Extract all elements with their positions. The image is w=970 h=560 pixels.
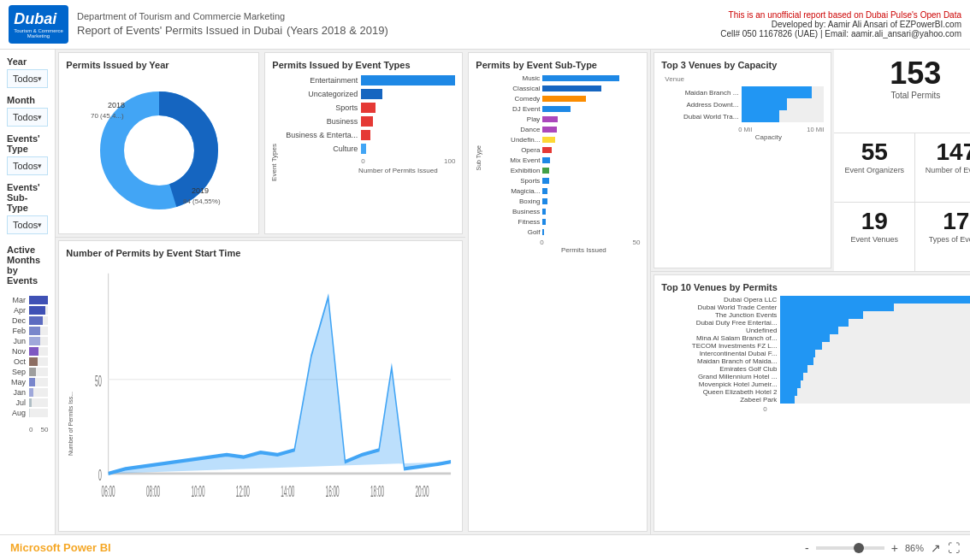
right-column: Top 3 Venues by Capacity Venue Maidan Br… xyxy=(650,50,970,534)
top10-venue-row: Undefined xyxy=(661,327,970,334)
top10-venue-row: Dubai Opera LLC xyxy=(661,296,970,304)
events-subtype-label: Events' Sub-Type xyxy=(7,182,48,213)
zoom-minus[interactable]: - xyxy=(805,541,809,555)
event-type-bar-row: Business & Enterta... xyxy=(281,130,455,140)
top10-venue-row: Intercontinental Dubai F... xyxy=(661,350,970,357)
svg-text:50: 50 xyxy=(95,372,102,390)
month-row: May xyxy=(7,378,48,386)
event-venues-value: 19 xyxy=(839,208,909,235)
events-subtype-arrow-icon: ▾ xyxy=(38,221,42,229)
sub-type-bar-row: Exhibition xyxy=(484,166,640,175)
month-row: Dec xyxy=(7,316,48,325)
header-left: Dubai Tourism & CommerceMarketing Depart… xyxy=(9,5,388,44)
event-type-bar-row: Sports xyxy=(281,103,455,113)
total-permits-value: 153 xyxy=(841,56,970,91)
top10-axis: 0 50 xyxy=(661,405,970,413)
event-types-x-axis: 0 100 xyxy=(272,157,455,165)
sub-type-axis: 0 50 xyxy=(476,239,640,246)
sub-type-bar-row: Boxing xyxy=(484,197,640,206)
sub-type-bar-row: DJ Event xyxy=(484,104,640,114)
types-events-label: Types of Events xyxy=(920,235,970,244)
time-y-label: Number of Permits Iss... xyxy=(68,392,74,456)
year-arrow-icon: ▾ xyxy=(38,74,42,83)
svg-text:2018: 2018 xyxy=(108,101,125,109)
events-subtype-filter: Events' Sub-Type Todos ▾ xyxy=(7,182,48,234)
sub-type-panel: Permits by Event Sub-Type Sub Type Music… xyxy=(468,52,648,532)
zoom-plus[interactable]: + xyxy=(891,541,898,555)
header-right: This is an unofficial report based on Du… xyxy=(720,10,961,38)
time-panel-title: Number of Permits by Event Start Time xyxy=(66,248,455,258)
permits-year-panel: Permits Issued by Year 2018 70 (45,4. xyxy=(58,52,259,234)
bottom-left-area: Number of Permits by Event Start Time Nu… xyxy=(56,238,465,534)
event-types-panel: Permits Issued by Event Types Event Type… xyxy=(264,52,463,234)
svg-text:08:00: 08:00 xyxy=(146,483,160,500)
event-type-bar-row: Entertainment xyxy=(281,75,455,85)
footer: Microsoft Power BI - + 86% ↗ ⛶ xyxy=(0,534,970,560)
svg-text:18:00: 18:00 xyxy=(370,483,384,500)
event-venues-label: Event Venues xyxy=(839,235,909,244)
fullscreen-icon[interactable]: ⛶ xyxy=(948,541,960,555)
top3-venues-panel: Top 3 Venues by Capacity Venue Maidan Br… xyxy=(654,52,831,268)
month-row: Jan xyxy=(7,388,48,397)
sub-type-bars: Music Classical Comedy DJ Event Play Dan… xyxy=(476,74,640,237)
right-top: Top 3 Venues by Capacity Venue Maidan Br… xyxy=(651,50,970,272)
sub-type-bar-row: Mix Event xyxy=(484,156,640,165)
event-type-bar-row: Culture xyxy=(281,144,455,154)
event-type-bar-row: Uncategorized xyxy=(281,89,455,99)
share-icon[interactable]: ↗ xyxy=(931,541,941,555)
events-type-filter: Events' Type Todos ▾ xyxy=(7,133,48,175)
event-organizers-kpi: 55 Event Organizers xyxy=(834,133,915,203)
footer-brand[interactable]: Microsoft Power BI xyxy=(10,541,111,554)
sub-type-bar-row: Opera xyxy=(484,145,640,155)
top10-venue-row: Maidan Branch of Maida... xyxy=(661,357,970,365)
footer-controls: - + 86% ↗ ⛶ xyxy=(805,541,960,555)
top10-venue-row: TECOM Investments FZ L... xyxy=(661,342,970,350)
svg-text:70 (45,4...): 70 (45,4...) xyxy=(91,112,124,120)
types-events-kpi: 17 Types of Events xyxy=(915,203,970,271)
month-select[interactable]: Todos ▾ xyxy=(7,108,48,127)
top3-venue-row: Maidan Branch ... xyxy=(661,86,824,98)
events-type-select[interactable]: Todos ▾ xyxy=(7,156,48,175)
top10-panel: Top 10 Venues by Permits Dubai Opera LLC… xyxy=(654,274,970,532)
event-type-bar-row: Business xyxy=(281,116,455,127)
top10-title: Top 10 Venues by Permits xyxy=(661,282,970,292)
svg-text:0: 0 xyxy=(98,466,102,484)
svg-text:14:00: 14:00 xyxy=(281,483,295,500)
header-title-block: Department of Tourism and Commercie Mark… xyxy=(77,11,388,38)
num-events-label: Number of Events xyxy=(920,166,970,174)
year-select[interactable]: Todos ▾ xyxy=(7,69,48,88)
header: Dubai Tourism & CommerceMarketing Depart… xyxy=(0,0,970,50)
sub-type-bar-row: Comedy xyxy=(484,94,640,103)
top10-venue-row: Queen Elizabeth Hotel 2 xyxy=(661,388,970,396)
sub-type-chart: Sub Type Music Classical Comedy DJ Event… xyxy=(476,74,640,254)
donut-chart: 2018 70 (45,4...) 2019 84 (54,55%) xyxy=(82,74,236,223)
sidebar: Year Todos ▾ Month Todos ▾ Events' Type … xyxy=(0,50,56,534)
num-events-value: 147 xyxy=(920,139,970,166)
top10-venue-row: Emirates Golf Club xyxy=(661,365,970,373)
header-main-title: Report of Events' Permits Issued in Duba… xyxy=(77,21,388,38)
time-chart-svg: 50 0 06:00 08:00 10:00 12:00 xyxy=(66,262,455,521)
months-axis: 0 50 xyxy=(7,426,48,433)
event-organizers-label: Event Organizers xyxy=(839,166,909,174)
permits-year-title: Permits Issued by Year xyxy=(66,60,251,70)
top3-axis: 0 Mil 10 Mil xyxy=(661,126,824,133)
month-row: Apr xyxy=(7,306,48,315)
svg-text:12:00: 12:00 xyxy=(236,483,250,500)
zoom-slider[interactable] xyxy=(816,546,884,550)
month-row: Nov xyxy=(7,347,48,356)
event-types-chart: Entertainment Uncategorized Sports Busin… xyxy=(272,75,455,154)
sub-type-bar-row: Fitness xyxy=(484,217,640,227)
top3-chart: Venue Maidan Branch ... Address Downt...… xyxy=(661,75,824,141)
active-months-title: Active Months by Events xyxy=(7,245,48,286)
sub-type-bar-row: Sports xyxy=(484,176,640,186)
event-organizers-value: 55 xyxy=(839,139,909,166)
main-content: Permits Issued by Year 2018 70 (45,4. xyxy=(56,50,970,534)
months-chart: Mar Apr Dec Feb Jun Nov Oct Sep May Jan xyxy=(7,296,48,417)
month-row: Sep xyxy=(7,368,48,376)
event-venues-kpi: 19 Event Venues xyxy=(834,203,915,271)
month-row: Feb xyxy=(7,327,48,335)
month-row: Oct xyxy=(7,357,48,366)
events-subtype-select[interactable]: Todos ▾ xyxy=(7,215,48,234)
sub-type-y-label: Sub Type xyxy=(476,145,482,170)
top10-venue-row: The Junction Events xyxy=(661,311,970,319)
